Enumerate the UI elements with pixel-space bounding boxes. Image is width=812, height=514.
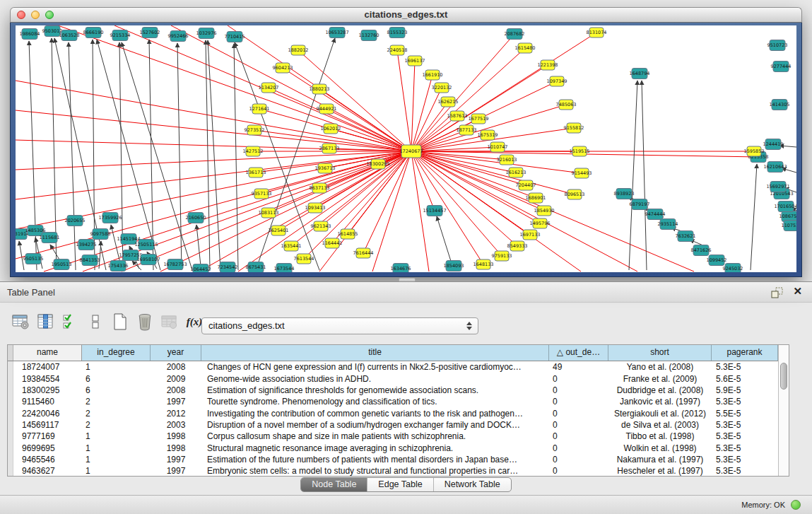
column-header-pagerank[interactable]: pagerank bbox=[712, 345, 778, 361]
graph-node-label: 1950513 bbox=[52, 262, 72, 267]
graph-node-label: 2020655 bbox=[65, 218, 86, 223]
table-settings-button[interactable] bbox=[11, 312, 31, 332]
table-row[interactable]: 911546021997Tourette syndrome. Phenomeno… bbox=[8, 396, 789, 407]
zoom-window-button[interactable] bbox=[45, 11, 54, 19]
graph-node-label: 1394275 bbox=[76, 242, 97, 247]
column-header-name[interactable]: name bbox=[13, 345, 82, 361]
column-header-title[interactable]: title bbox=[201, 345, 549, 361]
graph-node-label: 1614855 bbox=[338, 231, 358, 237]
cell-pagerank: 5.6E-5 bbox=[712, 374, 778, 384]
delete-button[interactable] bbox=[135, 312, 155, 332]
table-row[interactable]: 977716911998Corpus callosum shape and si… bbox=[8, 431, 789, 442]
memory-status-indicator[interactable] bbox=[791, 500, 801, 510]
cell-in_degree: 2 bbox=[82, 420, 151, 430]
table-row[interactable]: 946362711997Embryonic stem cells: a mode… bbox=[8, 465, 789, 477]
table-row[interactable]: 1872400712008Changes of HCN gene express… bbox=[8, 361, 789, 373]
cell-out_degree: 0 bbox=[549, 455, 608, 465]
graph-node-label: 1854093 bbox=[444, 263, 464, 269]
graph-node-label: 2867133 bbox=[319, 146, 340, 151]
cell-in_degree: 6 bbox=[82, 374, 151, 384]
tab-edge-table[interactable]: Edge Table bbox=[367, 478, 433, 491]
table-row[interactable]: 1830029562008Estimation of significance … bbox=[8, 385, 789, 396]
column-header-short[interactable]: short bbox=[608, 345, 712, 361]
window-titlebar[interactable]: citations_edges.txt bbox=[10, 7, 802, 23]
graph-node-label: 1615480 bbox=[515, 45, 536, 51]
select-column-button[interactable] bbox=[36, 312, 56, 332]
graph-node-label: 1697133 bbox=[520, 232, 541, 238]
graph-node-label: 10653287 bbox=[325, 30, 348, 35]
graph-node-label: 8096513 bbox=[565, 192, 585, 197]
cell-out_degree: 0 bbox=[549, 431, 608, 441]
cell-in_degree: 1 bbox=[82, 466, 151, 476]
red-edge bbox=[16, 151, 411, 170]
graph-node-label: 1099452 bbox=[707, 257, 727, 263]
graph-node-label: 1115681 bbox=[40, 235, 60, 240]
cell-title: Estimation of significance thresholds fo… bbox=[201, 385, 549, 395]
float-panel-icon[interactable] bbox=[771, 287, 784, 298]
graph-node-label: 1616213 bbox=[506, 170, 526, 175]
column-header-in_degree[interactable]: in_degree bbox=[82, 345, 151, 361]
graph-node-label: 16958107 bbox=[136, 257, 160, 262]
cell-year: 1997 bbox=[151, 455, 201, 465]
graph-node-label: 1675319 bbox=[478, 132, 498, 138]
row-gutter bbox=[8, 431, 13, 442]
cell-title: Estimation of the future numbers of pati… bbox=[201, 455, 549, 465]
column-header-year[interactable]: year bbox=[151, 345, 201, 361]
table-row[interactable]: 946554611997Estimation of the future num… bbox=[8, 454, 789, 465]
cell-name: 19384554 bbox=[13, 374, 82, 384]
graph-node-label: 9952466 bbox=[168, 33, 189, 39]
cell-pagerank: 5.5E-5 bbox=[712, 409, 778, 419]
deselect-button[interactable] bbox=[86, 312, 105, 332]
close-window-button[interactable] bbox=[17, 11, 25, 19]
new-object-icon bbox=[112, 313, 129, 331]
cell-short: Tibbo et al. (1998) bbox=[608, 431, 712, 441]
network-canvas[interactable]: 1986084950301210635288666190921533415276… bbox=[16, 25, 796, 272]
row-gutter bbox=[8, 396, 13, 407]
black-edge bbox=[751, 164, 757, 270]
cell-pagerank: 5.3E-5 bbox=[712, 466, 778, 476]
table-row[interactable]: 1456911722003Disruption of a novel membe… bbox=[8, 419, 789, 431]
graph-node-label: 2240518 bbox=[387, 47, 408, 53]
black-edge bbox=[196, 225, 201, 266]
table-row[interactable]: 1938455462009Genome-wide association stu… bbox=[8, 373, 789, 384]
delete-icon bbox=[136, 313, 153, 331]
cell-year: 2008 bbox=[151, 385, 201, 395]
cell-short: Franke et al. (2009) bbox=[608, 374, 712, 384]
cell-pagerank: 5.3E-5 bbox=[712, 431, 778, 441]
graph-node-label: 9621343 bbox=[311, 223, 331, 229]
table-row[interactable]: 969969511998Structural magnetic resonanc… bbox=[8, 442, 789, 453]
close-panel-icon[interactable]: ✕ bbox=[793, 285, 802, 298]
table-settings-icon bbox=[12, 313, 30, 330]
cell-in_degree: 1 bbox=[82, 362, 151, 372]
cell-short: de Silva et al. (2003) bbox=[608, 420, 712, 430]
graph-node-label: 1635441 bbox=[281, 243, 302, 249]
graph-node-label: 9215334 bbox=[110, 33, 131, 38]
graph-node-label: 1634676 bbox=[391, 266, 411, 271]
tab-node-table[interactable]: Node Table bbox=[301, 478, 367, 491]
minimize-window-button[interactable] bbox=[31, 11, 40, 19]
tab-network-table[interactable]: Network Table bbox=[434, 478, 511, 491]
graph-node-label: 18300295 bbox=[366, 161, 389, 167]
graph-node-label: 9759133 bbox=[492, 253, 512, 259]
graph-node-label: 8938923 bbox=[614, 191, 635, 197]
cell-title: Tourette syndrome. Phenomenology and cla… bbox=[201, 397, 549, 407]
new-object-button[interactable] bbox=[110, 312, 130, 332]
vertical-scrollbar[interactable] bbox=[778, 345, 789, 476]
select-all-button[interactable] bbox=[61, 312, 81, 332]
graph-node-label: 2935114 bbox=[658, 221, 678, 227]
table-row[interactable]: 2242004622012Investigating the contribut… bbox=[8, 407, 789, 419]
cell-short: Yano et al. (2008) bbox=[608, 362, 712, 372]
cell-title: Disruption of a novel member of a sodium… bbox=[201, 420, 549, 430]
graph-node-label: 8471626 bbox=[691, 247, 712, 253]
table-select-dropdown[interactable]: citations_edges.txt bbox=[201, 317, 478, 334]
graph-node-label: 3220132 bbox=[432, 85, 452, 90]
graph-node-label: 8637133 bbox=[310, 185, 330, 191]
scrollbar-thumb[interactable] bbox=[780, 363, 787, 390]
graph-node-label: 7234542 bbox=[218, 264, 238, 270]
cell-in_degree: 2 bbox=[82, 397, 151, 407]
graph-node-label: 7485063 bbox=[556, 102, 577, 107]
graph-node-label: 1164441 bbox=[322, 240, 343, 246]
column-header-out_degree[interactable]: △ out_de… bbox=[549, 345, 608, 361]
row-gutter bbox=[8, 345, 13, 361]
cell-title: Investigating the contribution of common… bbox=[201, 409, 549, 419]
